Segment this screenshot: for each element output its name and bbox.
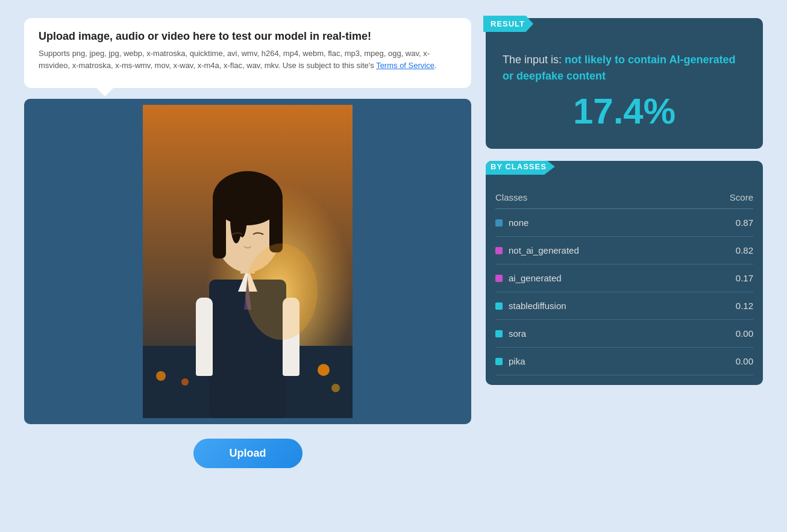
class-name-cell: none <box>495 209 697 237</box>
class-name: pika <box>509 356 525 366</box>
class-color-dot <box>495 219 503 227</box>
svg-rect-19 <box>196 364 213 376</box>
table-row: not_ai_generated 0.82 <box>495 237 753 264</box>
svg-point-16 <box>237 195 247 237</box>
classes-table-wrapper[interactable]: Classes Score none 0.87 not_ai_generate <box>486 187 763 385</box>
class-name: none <box>509 217 528 228</box>
table-row: sora 0.00 <box>495 320 753 348</box>
svg-rect-20 <box>283 364 299 376</box>
svg-rect-13 <box>213 198 226 258</box>
table-row: none 0.87 <box>495 209 753 237</box>
class-name-cell: sora <box>495 320 697 348</box>
col-score: Score <box>697 187 753 209</box>
preview-image <box>143 105 353 418</box>
class-score: 0.12 <box>697 292 753 320</box>
svg-point-4 <box>181 378 189 386</box>
class-name-cell: ai_generated <box>495 264 697 292</box>
svg-point-3 <box>156 371 166 381</box>
result-text: The input is: not likely to contain AI-g… <box>503 52 746 84</box>
image-preview-area <box>24 99 471 424</box>
class-name: ai_generated <box>509 273 562 283</box>
right-panel: RESULT The input is: not likely to conta… <box>486 18 763 468</box>
class-score: 0.00 <box>697 348 753 375</box>
svg-point-21 <box>245 243 318 340</box>
result-badge: RESULT <box>483 16 533 32</box>
class-name-cell: stablediffusion <box>495 292 697 320</box>
result-percent: 17.4% <box>503 90 746 132</box>
left-panel: Upload image, audio or video here to tes… <box>24 18 471 468</box>
svg-point-6 <box>331 384 340 392</box>
upload-description: Supports png, jpeg, jpg, webp, x-matrosk… <box>39 48 457 71</box>
class-color-dot <box>495 330 503 337</box>
upload-button[interactable]: Upload <box>193 439 303 468</box>
classes-badge: BY CLASSES <box>486 161 555 175</box>
result-card: RESULT The input is: not likely to conta… <box>486 18 763 149</box>
class-color-dot <box>495 275 503 282</box>
class-name-cell: not_ai_generated <box>495 237 697 264</box>
classes-card: BY CLASSES Classes Score none <box>486 161 763 385</box>
table-row: ai_generated 0.17 <box>495 264 753 292</box>
tos-link[interactable]: Terms of Service <box>376 61 434 70</box>
class-score: 0.17 <box>697 264 753 292</box>
class-name: not_ai_generated <box>509 245 579 255</box>
table-row: pika 0.00 <box>495 348 753 375</box>
upload-card: Upload image, audio or video here to tes… <box>24 18 471 88</box>
class-color-dot <box>495 247 503 254</box>
upload-button-row: Upload <box>24 439 471 468</box>
class-name: stablediffusion <box>509 301 566 311</box>
classes-table: Classes Score none 0.87 not_ai_generate <box>495 187 753 375</box>
class-name: sora <box>509 328 526 339</box>
result-prefix: The input is: <box>503 54 565 66</box>
class-score: 0.82 <box>697 237 753 264</box>
class-score: 0.87 <box>697 209 753 237</box>
table-header-row: Classes Score <box>495 187 753 209</box>
class-color-dot <box>495 358 503 365</box>
upload-title: Upload image, audio or video here to tes… <box>39 30 457 43</box>
main-container: Upload image, audio or video here to tes… <box>24 18 763 468</box>
table-row: stablediffusion 0.12 <box>495 292 753 320</box>
col-classes: Classes <box>495 187 697 209</box>
class-name-cell: pika <box>495 348 697 375</box>
class-score: 0.00 <box>697 320 753 348</box>
class-color-dot <box>495 302 503 310</box>
svg-point-5 <box>318 364 330 376</box>
